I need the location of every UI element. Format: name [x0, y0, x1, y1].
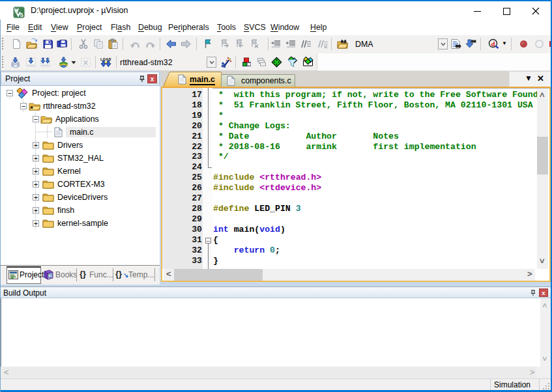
svg-text:LOAD: LOAD [100, 57, 111, 61]
svg-text:d: d [491, 40, 495, 48]
svg-text:5: 5 [20, 12, 23, 18]
svg-text:*: * [31, 105, 34, 112]
svg-text:?: ? [49, 273, 51, 278]
